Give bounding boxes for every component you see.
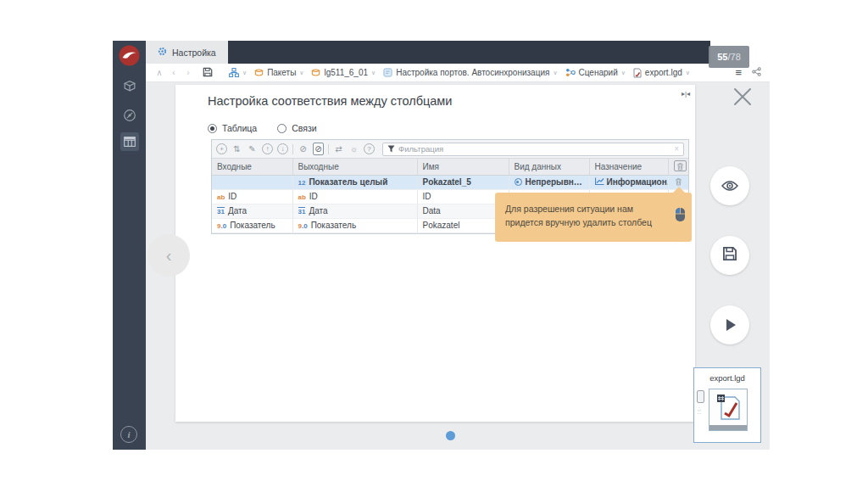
clear-filter-icon[interactable]: × bbox=[674, 144, 679, 154]
floppy-icon bbox=[722, 246, 737, 265]
delete-row-icon[interactable] bbox=[675, 178, 682, 188]
move-down-button[interactable]: ↓ bbox=[277, 143, 288, 154]
export-node-label: export.lgd bbox=[694, 373, 760, 383]
pagination-dot[interactable] bbox=[446, 431, 455, 440]
nav-forward-button[interactable]: › bbox=[183, 68, 193, 77]
toolbar-separator bbox=[292, 144, 293, 154]
breadcrumb-package-lg511[interactable]: lg511_6_01 ∨ bbox=[311, 68, 376, 77]
radio-dot bbox=[277, 124, 287, 133]
auto-map-button[interactable]: ⇅ bbox=[231, 143, 242, 154]
package-icon bbox=[311, 68, 320, 77]
settings-button[interactable]: ☼ bbox=[348, 143, 359, 154]
breadcrumb-bar: ∧ ‹ › ∨ Пакеты ∨ bbox=[146, 64, 770, 82]
export-node-box bbox=[709, 389, 748, 431]
move-up-button[interactable]: ↑ bbox=[262, 143, 273, 154]
radio-links-label: Связи bbox=[292, 123, 316, 133]
col-header-inputs[interactable]: Входные bbox=[212, 159, 292, 175]
filter-funnel-icon bbox=[387, 145, 395, 153]
autosync-on-button[interactable]: ⊘ bbox=[313, 143, 324, 155]
tooltip-line2: придется вручную удалить столбец bbox=[505, 217, 652, 227]
help-button[interactable]: ? bbox=[364, 143, 375, 154]
col-header-datakind[interactable]: Вид данных bbox=[509, 159, 589, 175]
type-string-icon: ab bbox=[217, 193, 225, 201]
tooltip-line1: Для разрешения ситуации нам bbox=[505, 204, 633, 214]
package-icon bbox=[254, 68, 264, 77]
close-button[interactable] bbox=[732, 87, 753, 107]
chart-purpose-icon bbox=[595, 177, 604, 185]
menu-icon[interactable]: ≡ bbox=[735, 66, 742, 79]
type-date-icon: 31 bbox=[217, 207, 225, 216]
type-date-icon: 31 bbox=[298, 207, 306, 216]
chevron-down-icon: ∨ bbox=[553, 70, 557, 76]
grid-toolbar: + ⇅ ✎ ↑ ↓ ⊘ ⊘ ⇄ ☼ ? × bbox=[212, 140, 688, 159]
chevron-down-icon: ∨ bbox=[621, 70, 626, 76]
slide-counter-badge: 55/78 bbox=[709, 46, 749, 68]
eye-icon bbox=[721, 180, 738, 192]
edit-button[interactable]: ✎ bbox=[247, 143, 258, 154]
continuous-kind-icon bbox=[515, 178, 522, 186]
tab-settings[interactable]: Настройка bbox=[146, 41, 228, 64]
sitemap-icon bbox=[229, 68, 239, 77]
explorer-icon[interactable] bbox=[120, 106, 139, 125]
mouse-click-icon bbox=[676, 208, 685, 225]
breadcrumb-scenario[interactable]: Сценарий ∨ bbox=[565, 68, 626, 77]
tab-label: Настройка bbox=[172, 48, 216, 58]
info-icon[interactable]: i bbox=[120, 426, 137, 443]
gear-icon bbox=[158, 47, 167, 58]
export-document-icon bbox=[715, 393, 743, 423]
refresh-button[interactable]: ⇄ bbox=[333, 143, 344, 154]
save-button[interactable] bbox=[710, 236, 749, 275]
col-header-name[interactable]: Имя bbox=[417, 159, 509, 175]
slide-total: /78 bbox=[727, 52, 740, 62]
col-header-purpose[interactable]: Назначение bbox=[589, 159, 668, 175]
breadcrumb-export-file[interactable]: export.lgd ∨ bbox=[633, 68, 690, 78]
node-connection-dots: ∴∴ bbox=[698, 407, 702, 414]
view-mode-radios: Таблица Связи bbox=[208, 123, 317, 133]
radio-table[interactable]: Таблица bbox=[208, 123, 257, 133]
breadcrumb-label: Сценарий bbox=[579, 68, 618, 77]
app-sidebar: i bbox=[113, 41, 146, 450]
settings-panel: ▸|◂ Настройка соответствия между столбца… bbox=[175, 85, 695, 422]
breadcrumb-root[interactable]: ∨ bbox=[229, 68, 247, 77]
breadcrumb-label: Пакеты bbox=[267, 68, 296, 77]
table-header-row: Входные Выходные Имя Вид данных Назначен… bbox=[212, 159, 688, 175]
collapse-panel-icon[interactable]: ▸|◂ bbox=[682, 90, 690, 98]
col-header-outputs[interactable]: Выходные bbox=[292, 159, 417, 175]
breadcrumb-label: Настройка портов. Автосинхронизация bbox=[396, 68, 549, 77]
export-file-icon bbox=[633, 68, 642, 78]
node-icon bbox=[383, 68, 392, 77]
table-view-icon[interactable] bbox=[120, 132, 139, 151]
preview-button[interactable] bbox=[710, 166, 749, 205]
delete-column-header-icon[interactable] bbox=[674, 160, 687, 171]
type-real-icon: 9.0 bbox=[298, 222, 308, 230]
breadcrumb-packages[interactable]: Пакеты ∨ bbox=[254, 68, 303, 77]
chevron-down-icon: ∨ bbox=[242, 70, 247, 76]
breadcrumb-node[interactable]: Настройка портов. Автосинхронизация ∨ bbox=[383, 68, 557, 77]
nav-up-button[interactable]: ∧ bbox=[154, 68, 164, 77]
run-button[interactable] bbox=[710, 305, 749, 344]
play-icon bbox=[726, 319, 736, 331]
table-row[interactable]: 12Показатель целый Pokazatel_5 Непрерывн… bbox=[212, 175, 688, 189]
radio-table-label: Таблица bbox=[222, 123, 257, 133]
close-icon bbox=[732, 87, 753, 107]
autosync-off-button[interactable]: ⊘ bbox=[298, 143, 309, 154]
filter-input[interactable] bbox=[398, 144, 670, 154]
nav-back-button[interactable]: ‹ bbox=[169, 68, 179, 77]
chevron-down-icon: ∨ bbox=[299, 70, 303, 76]
filter-box: × bbox=[382, 143, 684, 156]
prev-slide-button[interactable]: ‹ bbox=[147, 234, 190, 277]
node-status-bar bbox=[709, 425, 747, 430]
screenshot-root: i Настройка 55/78 ∧ ‹ › bbox=[0, 0, 868, 487]
app-logo[interactable] bbox=[119, 45, 140, 70]
add-column-button[interactable]: + bbox=[216, 143, 227, 154]
radio-dot bbox=[208, 124, 217, 133]
export-node-thumbnail[interactable]: export.lgd ∴∴ bbox=[693, 367, 761, 443]
toolbar-separator bbox=[328, 144, 329, 154]
slide-current: 55 bbox=[717, 52, 727, 62]
radio-links[interactable]: Связи bbox=[277, 123, 316, 133]
save-icon[interactable] bbox=[203, 67, 213, 79]
annotation-tooltip: Для разрешения ситуации нам придется вру… bbox=[495, 193, 692, 242]
chevron-left-icon: ‹ bbox=[166, 246, 172, 266]
share-icon[interactable] bbox=[752, 67, 761, 78]
packages-icon[interactable] bbox=[120, 76, 139, 95]
